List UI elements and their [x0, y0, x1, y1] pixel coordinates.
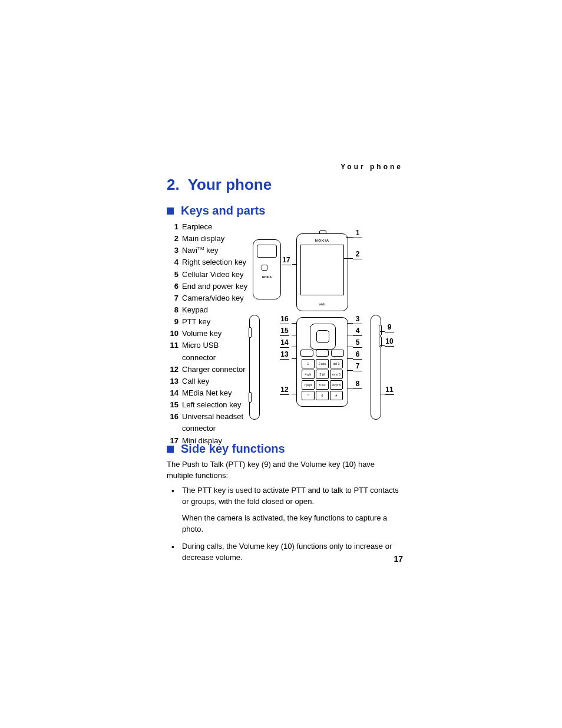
keypad-key: def 3 [330, 359, 343, 368]
softkey-row [300, 350, 344, 357]
callout-14: 14 [280, 338, 289, 348]
right-softkey-shape [331, 350, 344, 357]
callout-6: 6 [353, 350, 362, 360]
left-softkey-shape [300, 350, 313, 357]
keypad-grid: 12 abcdef 34 ghi5 jklmno 67 pqrs8 tuvwxy… [302, 359, 343, 400]
callout-16: 16 [280, 315, 289, 324]
phone-bottom-view: 12 abcdef 34 ghi5 jklmno 67 pqrs8 tuvwxy… [296, 317, 348, 407]
phone-side-right [371, 315, 381, 420]
parts-list-number: 5 [167, 269, 178, 281]
phone-side-left [249, 315, 260, 420]
parts-list-number: 2 [167, 233, 178, 245]
parts-list-label: MEdia Net key [182, 387, 232, 399]
parts-list-number: 10 [167, 328, 178, 340]
parts-list-number: 8 [167, 304, 178, 316]
chapter-name: Your phone [188, 176, 272, 194]
callout-12: 12 [280, 386, 289, 395]
section-side-key-functions: Side key functions The Push to Talk (PTT… [167, 442, 401, 569]
chapter-number: 2. [167, 176, 180, 194]
parts-list-label: End and power key [182, 281, 247, 292]
callout-15: 15 [280, 327, 289, 336]
bullet-subtext: When the camera is activated, the key fu… [182, 513, 401, 535]
parts-list-label: Right selection key [182, 256, 246, 268]
keypad-key: 7 pqrs [302, 380, 315, 390]
callout-8: 8 [353, 380, 362, 389]
parts-list-label: Micro USB connector [182, 340, 252, 363]
mini-display-shape [257, 245, 277, 258]
keypad-key: 5 jkl [316, 370, 329, 379]
callout-10: 10 [385, 337, 394, 347]
parts-list-number: 1 [167, 221, 178, 233]
callout-1: 1 [353, 229, 362, 238]
callout-9: 9 [385, 323, 394, 332]
parts-list-label: Camera/video key [182, 292, 244, 304]
parts-list-number: 9 [167, 316, 178, 328]
callout-2: 2 [353, 250, 362, 259]
outer-brand-text: NOKIA [253, 275, 280, 279]
parts-list-number: 14 [167, 387, 178, 399]
center-softkey-shape [316, 350, 329, 357]
parts-list-label: Keypad [182, 304, 208, 316]
keypad-key: 0 [316, 391, 329, 400]
parts-list-label: Cellular Video key [182, 269, 244, 281]
callout-17: 17 [282, 256, 291, 265]
keypad-key: wxyz 9 [330, 380, 343, 390]
bullet-text: During calls, the Volume key (10) functi… [182, 541, 401, 564]
chapter-title: 2. Your phone [167, 176, 272, 194]
parts-list-number: 3 [167, 245, 178, 256]
parts-list-label: Volume key [182, 328, 222, 340]
callout-13: 13 [280, 350, 289, 360]
phone-top-view: NOKIA at&t [296, 233, 348, 311]
bullet-item: The PTT key is used to activate PTT and … [167, 485, 401, 535]
callout-4: 4 [353, 327, 362, 336]
bullet-item: During calls, the Volume key (10) functi… [167, 541, 401, 564]
keypad-key: 1 [302, 359, 315, 368]
parts-list-label: Left selection key [182, 399, 241, 411]
parts-list-number: 6 [167, 281, 178, 292]
side-intro-text: The Push to Talk (PTT) key (9) and the V… [167, 459, 401, 482]
keypad-key: 4 ghi [302, 370, 315, 379]
callout-7: 7 [353, 362, 362, 371]
bullet-text: The PTT key is used to activate PTT and … [182, 485, 401, 508]
parts-list-label: Universal headset connector [182, 411, 252, 434]
keypad-key: mno 6 [330, 370, 343, 379]
parts-list-number: 12 [167, 364, 178, 375]
square-bullet-icon [167, 446, 174, 453]
section-heading-text: Side key functions [181, 442, 285, 456]
parts-list-label: Main display [182, 233, 224, 245]
parts-list-label: NaviTM key [182, 245, 218, 256]
keypad-key: * [302, 391, 315, 400]
callout-11: 11 [385, 386, 394, 395]
section-heading-keys: Keys and parts [167, 204, 265, 218]
parts-list-number: 4 [167, 256, 178, 268]
brand-text: NOKIA [297, 239, 348, 242]
running-head: Your phone [340, 163, 403, 171]
parts-list-number: 15 [167, 399, 178, 411]
parts-list-number: 7 [167, 292, 178, 304]
square-bullet-icon [167, 207, 174, 215]
camera-lens-shape [262, 265, 267, 271]
keypad-key: 8 tuv [316, 380, 329, 390]
callout-3: 3 [353, 315, 362, 324]
parts-list-number: 16 [167, 411, 178, 434]
section-heading-text: Keys and parts [181, 204, 265, 218]
side-bullets-list: The PTT key is used to activate PTT and … [167, 485, 401, 564]
parts-list-label: PTT key [182, 316, 210, 328]
phone-diagram: NOKIA NOKIA at&t 12 abcdef 34 ghi5 jklmn… [249, 222, 395, 422]
navi-key-shape [310, 324, 336, 350]
carrier-text: at&t [297, 302, 348, 306]
parts-list-number: 11 [167, 340, 178, 363]
phone-outer-view: NOKIA [253, 239, 281, 299]
parts-list-label: Call key [182, 375, 209, 387]
keypad-key: # [330, 391, 343, 400]
page: Your phone 2. Your phone Keys and parts … [0, 0, 562, 728]
parts-list-label: Charger connector [182, 364, 246, 375]
parts-list-number: 13 [167, 375, 178, 387]
main-screen-shape [300, 245, 344, 295]
keypad-key: 2 abc [316, 359, 329, 368]
section-heading-side: Side key functions [167, 442, 401, 456]
callout-5: 5 [353, 338, 362, 348]
parts-list-label: Earpiece [182, 221, 212, 233]
page-number: 17 [394, 554, 403, 564]
